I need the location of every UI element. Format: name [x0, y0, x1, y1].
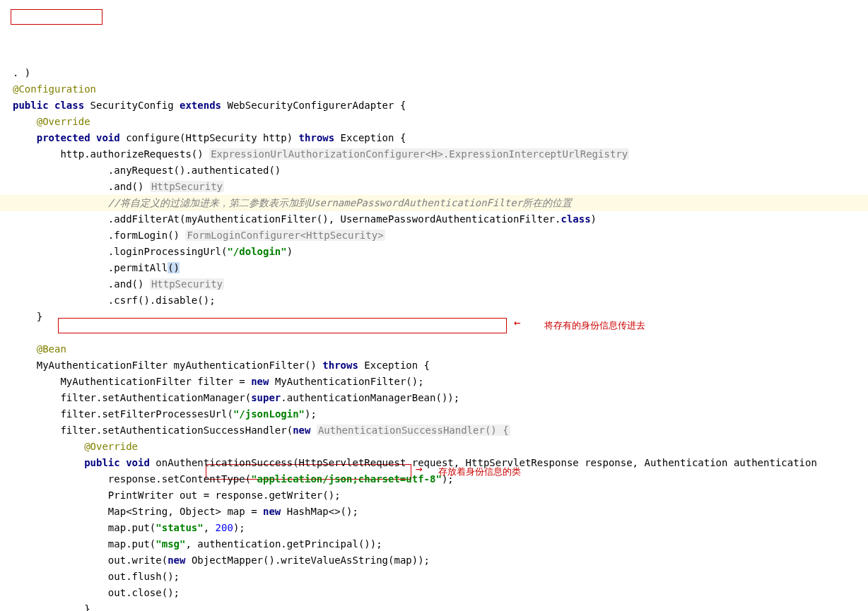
token-id: .formLogin(): [13, 230, 185, 241]
token-id: . ): [13, 67, 30, 78]
token-id: configure(HttpSecurity http): [126, 132, 298, 143]
token-id: MyAuthenticationFilter filter =: [13, 376, 251, 387]
token-hint: ExpressionUrlAuthorizationConfigurer<H>.…: [209, 148, 629, 160]
token-id: PrintWriter out = response.getWriter();: [13, 490, 341, 501]
code-line[interactable]: filter.setFilterProcessesUrl("/jsonLogin…: [13, 406, 868, 422]
token-kw: protected void: [37, 132, 126, 143]
code-line[interactable]: }: [13, 309, 868, 325]
token-ann: @Bean: [37, 343, 66, 355]
token-id: MyAuthenticationFilter myAuthenticationF…: [13, 360, 322, 371]
code-line[interactable]: .formLogin() FormLoginConfigurer<HttpSec…: [13, 227, 868, 244]
code-line[interactable]: response.setContentType("application/jso…: [13, 471, 868, 487]
token-id: http.authorizeRequests(): [13, 148, 209, 160]
code-line[interactable]: @Configuration: [13, 81, 868, 97]
code-line[interactable]: protected void configure(HttpSecurity ht…: [13, 130, 868, 146]
token-id: .and(): [13, 181, 150, 192]
token-kw: public void: [84, 457, 156, 468]
token-com: //将自定义的过滤加进来，第二参数表示加到UsernamePasswordAut…: [108, 197, 572, 208]
token-id: Map<String, Object> map =: [13, 506, 263, 517]
code-line[interactable]: .addFilterAt(myAuthenticationFilter(), U…: [13, 211, 868, 227]
token-id: ): [591, 213, 597, 225]
token-id: SecurityConfig: [90, 100, 180, 111]
code-line[interactable]: .and() HttpSecurity: [13, 179, 868, 195]
token-ann: @Override: [84, 441, 138, 452]
token-id: Exception {: [364, 360, 430, 371]
token-id: ): [287, 246, 293, 257]
token-id: );: [233, 522, 245, 533]
token-id: out.write(: [13, 554, 168, 566]
token-id: .addFilterAt(myAuthenticationFilter(), U…: [13, 213, 561, 225]
token-ann: @Configuration: [13, 83, 96, 95]
token-id: [13, 132, 37, 143]
token-id: filter.setFilterProcessesUrl(: [13, 408, 233, 420]
token-id: out.flush();: [13, 571, 180, 582]
token-kw: new: [168, 554, 192, 566]
code-line[interactable]: Map<String, Object> map = new HashMap<>(…: [13, 504, 868, 520]
code-line[interactable]: .csrf().disable();: [13, 292, 868, 309]
code-line[interactable]: PrintWriter out = response.getWriter();: [13, 487, 868, 504]
code-line[interactable]: @Override: [13, 439, 868, 455]
code-line[interactable]: out.close();: [13, 585, 868, 601]
code-line[interactable]: map.put("msg", authentication.getPrincip…: [13, 536, 868, 552]
code-line[interactable]: http.authorizeRequests() ExpressionUrlAu…: [13, 146, 868, 162]
token-id: out.close();: [13, 587, 180, 598]
token-id: }: [13, 603, 90, 611]
token-kw: throws: [299, 132, 341, 143]
code-line[interactable]: .loginProcessingUrl("/dologin"): [13, 244, 868, 260]
token-id: .permitAll: [13, 262, 168, 273]
code-line[interactable]: public class SecurityConfig extends WebS…: [13, 97, 868, 114]
code-line[interactable]: filter.setAuthenticationSuccessHandler(n…: [13, 422, 868, 439]
token-id: .csrf().disable();: [13, 295, 216, 306]
token-id: WebSecurityConfigurerAdapter {: [227, 100, 406, 111]
token-id: [13, 457, 84, 468]
token-id: ObjectMapper().writeValueAsString(map));: [192, 554, 430, 566]
code-line[interactable]: .permitAll(): [13, 260, 868, 276]
token-hint: HttpSecurity: [150, 181, 224, 192]
token-hint: HttpSecurity: [150, 278, 224, 290]
code-line[interactable]: .anyRequest().authenticated(): [13, 162, 868, 179]
token-kw: throws: [322, 360, 364, 371]
token-id: [13, 343, 37, 355]
token-id: .loginProcessingUrl(: [13, 246, 227, 257]
code-line[interactable]: out.flush();: [13, 569, 868, 585]
token-str: "msg": [156, 538, 185, 550]
token-id: onAuthenticationSuccess(HttpServletReque…: [156, 457, 817, 468]
code-line[interactable]: .and() HttpSecurity: [13, 276, 868, 292]
token-id: HashMap<>();: [287, 506, 358, 517]
code-line[interactable]: }: [13, 601, 868, 611]
token-kw: new: [293, 425, 317, 436]
code-line[interactable]: out.write(new ObjectMapper().writeValueA…: [13, 552, 868, 569]
token-ann: @Override: [37, 116, 90, 127]
token-id: .and(): [13, 278, 150, 290]
token-id: , authentication.getPrincipal());: [185, 538, 382, 550]
token-kw: public class: [13, 100, 90, 111]
code-line[interactable]: MyAuthenticationFilter filter = new MyAu…: [13, 374, 868, 390]
token-kw: class: [561, 213, 590, 225]
token-hint: FormLoginConfigurer<HttpSecurity>: [185, 230, 385, 241]
code-line[interactable]: filter.setAuthenticationManager(super.au…: [13, 390, 868, 406]
token-id: );: [442, 473, 454, 485]
code-line[interactable]: @Bean: [13, 341, 868, 357]
token-id: [13, 116, 37, 127]
token-id: }: [13, 311, 42, 322]
token-id: filter.setAuthenticationManager(: [13, 392, 251, 403]
code-line[interactable]: //将自定义的过滤加进来，第二参数表示加到UsernamePasswordAut…: [13, 195, 868, 211]
token-id: [13, 441, 84, 452]
token-id: response.setContentType(: [13, 473, 251, 485]
code-editor[interactable]: . )@Configurationpublic class SecurityCo…: [0, 0, 868, 611]
token-id: .anyRequest().authenticated(): [13, 165, 281, 176]
token-id: [13, 197, 108, 208]
code-line[interactable]: public void onAuthenticationSuccess(Http…: [13, 455, 868, 471]
token-id: map.put(: [13, 522, 156, 533]
token-id: .authenticationManagerBean());: [281, 392, 459, 403]
code-line[interactable]: . ): [13, 65, 868, 81]
code-line[interactable]: [13, 325, 868, 341]
code-line[interactable]: map.put("status", 200);: [13, 520, 868, 536]
token-id: ,: [204, 522, 216, 533]
token-str: "/jsonLogin": [233, 408, 305, 420]
token-kw: new: [251, 376, 275, 387]
code-line[interactable]: MyAuthenticationFilter myAuthenticationF…: [13, 357, 868, 374]
code-line[interactable]: @Override: [13, 114, 868, 130]
token-id: Exception {: [341, 132, 406, 143]
gutter: [0, 0, 10, 611]
